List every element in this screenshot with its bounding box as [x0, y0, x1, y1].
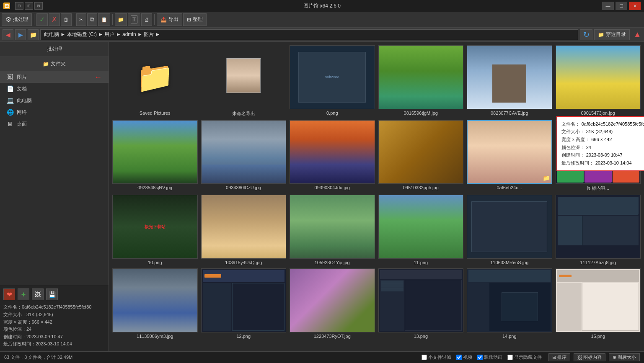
app-icon: 🖼 [3, 3, 10, 9]
filter-label: 小文件过滤 [428, 354, 451, 360]
list-item[interactable]: 0823077CAVE.jpg [467, 45, 552, 117]
list-item[interactable]: 0928548sjNV.jpg [112, 120, 198, 192]
animated-label: 装载动画 [484, 354, 502, 360]
check-button[interactable]: ✓ [36, 13, 48, 26]
refresh-button[interactable]: ↻ [580, 29, 592, 40]
rename-button[interactable]: T [128, 13, 140, 26]
list-item[interactable]: 09015473jon.jpg [556, 45, 641, 117]
sidebar-item-network[interactable]: 🌐 网络 [0, 106, 109, 118]
add-button[interactable]: + [18, 288, 29, 300]
main-toolbar: ⚙ 批处理 ✓ ✗ 🗑 ✂ ⧉ 📋 📁 T 🖨 📤 导出 ⊞ 整理 [0, 12, 644, 28]
item-label: 13.png [378, 334, 464, 339]
maximize-button[interactable]: ☐ [616, 2, 627, 10]
animated-checkbox[interactable] [477, 355, 483, 360]
penetrate-icon: 📁 [598, 32, 604, 38]
animated-checkbox-label[interactable]: 装载动画 [477, 354, 502, 360]
sidebar-item-computer-label: 此电脑 [17, 97, 32, 104]
list-item[interactable]: 13.png [378, 268, 464, 339]
video-checkbox-label[interactable]: 视频 [456, 354, 472, 360]
image-thumbnail [290, 268, 375, 332]
forward-button[interactable]: ▶ [15, 29, 26, 40]
export-button[interactable]: 📤 导出 [157, 13, 182, 26]
list-item[interactable]: 15.png [556, 268, 641, 339]
folder-nav-button[interactable]: 📁 文件夹 [0, 57, 109, 71]
icon-size-label: 图标大小 [618, 354, 636, 360]
dimensions-label: 宽度 × 高度： [3, 319, 32, 324]
desktop-icon: 🖥 [7, 121, 13, 127]
hidden-checkbox-label[interactable]: 显示隐藏文件 [507, 354, 542, 360]
minimize-button[interactable]: — [602, 2, 614, 10]
folder-button[interactable]: 📁 [115, 13, 127, 26]
print-button[interactable]: 🖨 [141, 13, 152, 26]
sidebar-item-computer[interactable]: 💻 此电脑 [0, 95, 109, 106]
list-item[interactable]: 0934380lCzU.jpg [201, 120, 287, 192]
item-label: Saved Pictures [112, 111, 198, 116]
item-label: 11.png [378, 260, 464, 265]
list-item[interactable]: 110633MReoS.jpg [467, 195, 552, 265]
view-icon-2[interactable]: ⊞ [25, 2, 33, 10]
paste-button[interactable]: 📋 [98, 13, 110, 26]
video-checkbox[interactable] [456, 355, 462, 360]
gear-icon: ⚙ [5, 15, 11, 23]
thumbnail-view-button[interactable]: 🖼 [32, 288, 44, 300]
batch-process-button[interactable]: ⚙ 批处理 [2, 13, 32, 26]
hidden-checkbox[interactable] [507, 355, 513, 360]
hidden-label: 显示隐藏文件 [514, 354, 542, 360]
list-item[interactable]: 103915y4UkQ.jpg [201, 195, 287, 265]
filesize-value: 31K (32,648) [26, 312, 53, 317]
icon-size-button[interactable]: ⊕ 图标大小 [609, 353, 640, 361]
sidebar-item-desktop[interactable]: 🖥 桌面 [0, 118, 109, 130]
save-button[interactable]: 💾 [46, 288, 58, 300]
file-info-panel: 文件名：0af6eb24c5182e7f405855fc5fcf80 文件大小：… [3, 304, 105, 348]
image-thumbnail [378, 268, 464, 332]
icon-content-icon: 🖼 [577, 355, 582, 360]
list-item[interactable]: 09510332pph.jpg [378, 120, 464, 192]
sort-button[interactable]: ⊞ 排序 [548, 353, 570, 361]
list-item[interactable]: 12.png [201, 268, 287, 339]
folder-photo-inset [227, 58, 261, 93]
penetrate-directory-button[interactable]: 📁 穿透目录 [594, 29, 630, 40]
up-button[interactable]: 📁 [28, 29, 39, 40]
refresh-icon: ↻ [583, 30, 590, 39]
filter-checkbox[interactable] [422, 355, 427, 360]
icon-content-button[interactable]: 🖼 图标内容 [574, 353, 605, 361]
view-icon-1[interactable]: ⊟ [15, 2, 23, 10]
list-item[interactable]: 📁 0af6eb24c... 文件名： 0af6eb24c5182e7f4058… [467, 120, 552, 192]
list-item[interactable]: 📁 未命名导出 [201, 45, 287, 117]
print-icon: 🖨 [144, 17, 149, 23]
list-item[interactable]: 极光下载站 10.png [112, 195, 198, 265]
list-item[interactable]: software 0.png [290, 45, 375, 117]
folder-nav-label: 文件夹 [51, 60, 66, 67]
status-right-controls: ⊞ 排序 🖼 图标内容 ⊕ 图标大小 [548, 353, 640, 361]
address-bar[interactable] [40, 29, 578, 40]
list-item[interactable]: 1223473RyOT.jpg [290, 268, 375, 339]
depth-value: 24 [26, 327, 31, 332]
toolbar-separator-4 [154, 14, 155, 25]
close-button[interactable]: ✕ [629, 2, 641, 10]
list-item[interactable]: 09390304Jdu.jpg [290, 120, 375, 192]
list-item[interactable]: 11135086ym3.jpg [112, 268, 198, 339]
copy-button[interactable]: ⧉ [87, 13, 97, 26]
view-icon-3[interactable]: ⊠ [34, 2, 43, 10]
list-item[interactable]: 14.png [467, 268, 552, 339]
filter-checkbox-label[interactable]: 小文件过滤 [422, 354, 451, 360]
item-label: 111127Abzq8.jpg [556, 260, 641, 265]
list-item[interactable]: 11.png [378, 195, 464, 265]
delete-button[interactable]: 🗑 [61, 13, 72, 26]
item-label: 105923O1Yqi.jpg [290, 260, 375, 265]
list-item[interactable]: 105923O1Yqi.jpg [290, 195, 375, 265]
reject-button[interactable]: ✗ [49, 13, 60, 26]
favorite-button[interactable]: ❤ [3, 288, 15, 300]
folder-nav-icon: 📁 [30, 31, 37, 38]
list-item[interactable]: 0816596tjgM.jpg [378, 45, 464, 117]
modified-label: 最后修改时间： [3, 341, 36, 346]
cut-button[interactable]: ✂ [76, 13, 86, 26]
back-button[interactable]: ◀ [3, 29, 13, 40]
sidebar-item-pictures[interactable]: 🖼 图片 ← [0, 71, 109, 83]
cut-icon: ✂ [79, 17, 83, 23]
list-item[interactable]: 📁 Saved Pictures [112, 45, 198, 117]
list-item[interactable]: 图标内容... [556, 120, 641, 192]
list-item[interactable]: 111127Abzq8.jpg [556, 195, 641, 265]
sidebar-item-documents[interactable]: 📄 文档 [0, 83, 109, 95]
organize-button[interactable]: ⊞ 整理 [183, 13, 207, 26]
